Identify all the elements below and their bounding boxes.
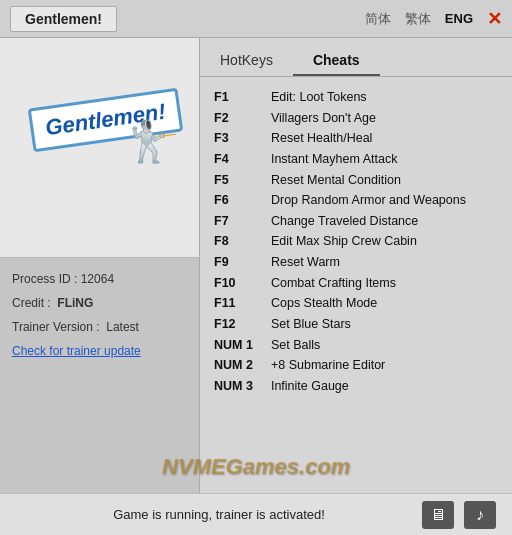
cheat-key: F12 [214,314,264,335]
credit-label: Credit : FLiNG [12,296,187,310]
cheat-desc: Villagers Don't Age [264,108,376,129]
cheat-desc: Set Balls [264,335,320,356]
cheat-desc: Infinite Gauge [264,376,349,397]
close-button[interactable]: ✕ [487,10,502,28]
cheat-key: F2 [214,108,264,129]
credit-prefix: Credit : [12,296,51,310]
lang-simplified[interactable]: 简体 [365,10,391,28]
cheat-desc: Combat Crafting Items [264,273,396,294]
cheat-key: NUM 2 [214,355,264,376]
credit-value: FLiNG [57,296,93,310]
cheat-item[interactable]: F10 Combat Crafting Items [214,273,498,294]
process-id-label: Process ID : 12064 [12,272,187,286]
music-icon-button[interactable]: ♪ [464,501,496,529]
cheat-desc: Reset Warm [264,252,340,273]
cheat-key: F11 [214,293,264,314]
cheat-key: NUM 3 [214,376,264,397]
tab-cheats[interactable]: Cheats [293,46,380,76]
cheat-list: F1 Edit: Loot TokensF2 Villagers Don't A… [200,77,512,501]
cheat-item[interactable]: F1 Edit: Loot Tokens [214,87,498,108]
left-panel: Gentlemen! 🤺 Process ID : 12064 Credit :… [0,38,200,535]
cheat-desc: Edit: Loot Tokens [264,87,367,108]
cheat-key: NUM 1 [214,335,264,356]
cheat-item[interactable]: F3 Reset Health/Heal [214,128,498,149]
title-bar: Gentlemen! 简体 繁体 ENG ✕ [0,0,512,38]
cheat-item[interactable]: F11 Cops Stealth Mode [214,293,498,314]
cheat-item[interactable]: NUM 2 +8 Submarine Editor [214,355,498,376]
credit-row: Credit : FLiNG [12,296,187,310]
cheat-key: F7 [214,211,264,232]
cheat-key: F6 [214,190,264,211]
cheat-item[interactable]: F5 Reset Mental Condition [214,170,498,191]
cheat-desc: Drop Random Armor and Weapons [264,190,466,211]
cheat-item[interactable]: NUM 1 Set Balls [214,335,498,356]
lang-traditional[interactable]: 繁体 [405,10,431,28]
title-bar-controls: 简体 繁体 ENG ✕ [365,10,502,28]
cheat-item[interactable]: F9 Reset Warm [214,252,498,273]
bottom-icons: 🖥 ♪ [422,501,496,529]
cheat-item[interactable]: F7 Change Traveled Distance [214,211,498,232]
cheat-item[interactable]: F2 Villagers Don't Age [214,108,498,129]
cheat-key: F1 [214,87,264,108]
cheat-key: F8 [214,231,264,252]
cheat-item[interactable]: NUM 3 Infinite Gauge [214,376,498,397]
update-row[interactable]: Check for trainer update [12,344,187,358]
cheat-key: F3 [214,128,264,149]
cheat-key: F9 [214,252,264,273]
cheat-desc: Set Blue Stars [264,314,351,335]
cheat-desc: +8 Submarine Editor [264,355,385,376]
game-character: 🤺 [129,118,179,165]
app-title: Gentlemen! [10,6,117,32]
cheat-desc: Reset Health/Heal [264,128,372,149]
monitor-icon-button[interactable]: 🖥 [422,501,454,529]
cheat-key: F5 [214,170,264,191]
process-id-row: Process ID : 12064 [12,272,187,286]
cheat-key: F4 [214,149,264,170]
cheat-desc: Reset Mental Condition [264,170,401,191]
cheat-item[interactable]: F12 Set Blue Stars [214,314,498,335]
trainer-version-label: Trainer Version : Latest [12,320,187,334]
game-image: Gentlemen! 🤺 [0,38,199,258]
cheat-item[interactable]: F4 Instant Mayhem Attack [214,149,498,170]
check-update-link[interactable]: Check for trainer update [12,344,187,358]
lang-english[interactable]: ENG [445,11,473,26]
tabs: HotKeys Cheats [200,38,512,77]
cheat-key: F10 [214,273,264,294]
tab-hotkeys[interactable]: HotKeys [200,46,293,76]
left-info: Process ID : 12064 Credit : FLiNG Traine… [0,258,199,372]
bottom-bar: Game is running, trainer is activated! 🖥… [0,493,512,535]
cheat-item[interactable]: F6 Drop Random Armor and Weapons [214,190,498,211]
main-area: Gentlemen! 🤺 Process ID : 12064 Credit :… [0,38,512,535]
right-panel: HotKeys Cheats F1 Edit: Loot TokensF2 Vi… [200,38,512,535]
cheat-desc: Change Traveled Distance [264,211,418,232]
cheat-desc: Cops Stealth Mode [264,293,377,314]
version-row: Trainer Version : Latest [12,320,187,334]
cheat-item[interactable]: F8 Edit Max Ship Crew Cabin [214,231,498,252]
cheat-desc: Edit Max Ship Crew Cabin [264,231,417,252]
cheat-desc: Instant Mayhem Attack [264,149,397,170]
status-text: Game is running, trainer is activated! [16,507,422,522]
